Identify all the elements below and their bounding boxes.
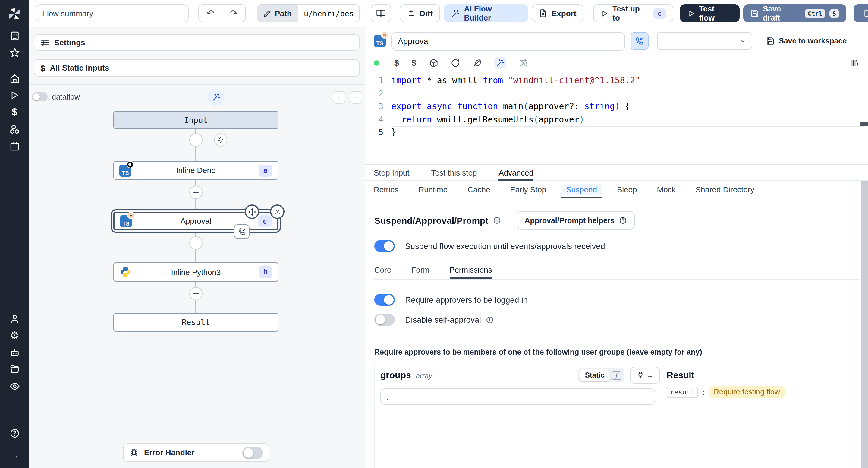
subtab-suspend[interactable]: Suspend [566, 181, 597, 198]
groups-field: groups array Static ƒ → [375, 362, 661, 468]
users-icon[interactable] [0, 310, 29, 327]
tab-core[interactable]: Core [374, 265, 391, 279]
dollar-icon[interactable]: $ [412, 58, 416, 67]
settings-gear-icon[interactable]: ⚙ [0, 327, 29, 344]
subtab-sleep[interactable]: Sleep [617, 181, 637, 198]
path-value[interactable]: u/henri/bes [298, 5, 360, 22]
line-number: 5 [365, 126, 383, 139]
ai-flow-builder-button[interactable]: AI Flow Builder [444, 4, 528, 22]
undo-redo-group: ↶ ↷ [198, 4, 246, 22]
home-icon[interactable] [0, 70, 29, 87]
subtab-mock[interactable]: Mock [657, 181, 676, 198]
save-to-workspace-button[interactable]: Save to workspace [766, 37, 846, 45]
suspend-settings-button[interactable] [630, 32, 649, 50]
require-logged-in-toggle[interactable] [374, 294, 395, 306]
panel-scrollbar-thumb[interactable] [861, 181, 868, 468]
flow-settings-button[interactable]: Settings [34, 34, 360, 51]
tab-form[interactable]: Form [411, 265, 430, 279]
deploy-button-partial[interactable] [854, 4, 868, 22]
insert-step-button[interactable] [189, 287, 203, 300]
reload-icon[interactable] [451, 58, 460, 67]
groups-value-input[interactable]: ⌃⌄ [380, 388, 655, 405]
feather-icon[interactable] [472, 58, 481, 67]
audit-eye-icon[interactable] [0, 378, 29, 394]
subtab-runtime[interactable]: Runtime [418, 181, 447, 198]
insert-step-button[interactable] [189, 133, 203, 147]
step-name-input[interactable] [391, 32, 625, 50]
code-line[interactable]: 4 return wmill.getResumeUrls(approver) [365, 113, 868, 126]
expand-arrow-icon[interactable]: → [0, 446, 29, 463]
code-line[interactable]: 1import * as wmill from "windmill-client… [365, 74, 868, 87]
subtab-early-stop[interactable]: Early Stop [510, 181, 546, 198]
undo-button[interactable]: ↶ [199, 5, 222, 22]
library-icon[interactable] [850, 58, 860, 67]
delete-step-button[interactable] [270, 204, 284, 219]
info-icon[interactable] [493, 216, 501, 224]
error-handler-label: Error Handler [144, 448, 195, 457]
folders-icon[interactable] [0, 361, 29, 378]
edit-path-button[interactable]: Path [257, 5, 298, 22]
result-value-highlight[interactable]: Require testing flow [709, 386, 785, 398]
javascript-expr-button[interactable]: ƒ [610, 369, 623, 381]
flow-node-input[interactable]: Input [113, 111, 278, 129]
subtab-cache[interactable]: Cache [467, 181, 490, 198]
tab-step-input[interactable]: Step Input [374, 164, 410, 181]
redo-button[interactable]: ↷ [222, 5, 245, 22]
code-line[interactable]: 5} [365, 126, 868, 139]
tab-permissions[interactable]: Permissions [450, 265, 492, 279]
info-icon[interactable] [486, 316, 494, 324]
export-button[interactable]: Export [532, 4, 584, 22]
connect-input-button[interactable]: → [630, 367, 660, 384]
building-icon[interactable] [0, 27, 29, 44]
error-handler-toggle[interactable] [242, 447, 263, 459]
star-icon[interactable] [0, 44, 29, 61]
wand-off-icon[interactable] [519, 58, 528, 67]
package-icon[interactable] [429, 58, 438, 67]
code-line[interactable]: 3export async function main(approver?: s… [365, 100, 868, 113]
diff-button[interactable]: Diff [400, 4, 440, 22]
schedules-calendar-icon[interactable] [0, 138, 29, 154]
flow-node-inline-python[interactable]: Inline Python3 b [113, 262, 278, 282]
error-handler-card[interactable]: Error Handler [123, 443, 270, 462]
ai-assistant-active-button[interactable] [494, 57, 506, 69]
windmill-logo[interactable] [0, 0, 29, 27]
help-icon[interactable] [0, 425, 29, 441]
disable-self-approval-toggle[interactable] [374, 314, 395, 326]
zoom-out-button[interactable]: − [350, 91, 362, 104]
zoom-in-button[interactable]: + [333, 91, 345, 104]
typescript-icon: TS [374, 35, 386, 47]
script-version-dropdown[interactable] [657, 32, 752, 50]
ai-wand-button[interactable] [207, 89, 224, 106]
static-mode-button[interactable]: Static [580, 369, 610, 381]
approval-prompt-helpers-button[interactable]: Approval/Prompt helpers [517, 211, 634, 230]
runs-play-icon[interactable] [0, 87, 29, 104]
test-flow-button[interactable]: Test flow [680, 4, 739, 22]
suspend-phone-badge[interactable] [234, 224, 250, 239]
workers-robot-icon[interactable] [0, 344, 29, 361]
flow-node-inline-deno[interactable]: TS Inline Deno a [113, 161, 278, 180]
test-up-to-button[interactable]: Test up to c [593, 4, 673, 22]
insert-trigger-button[interactable] [214, 133, 227, 147]
insert-step-button[interactable] [189, 236, 203, 250]
resources-boxes-icon[interactable] [0, 121, 29, 138]
editor-scrollbar-thumb[interactable] [860, 122, 868, 126]
dollar-icon[interactable]: $ [394, 58, 399, 67]
code-line[interactable]: 2 [365, 87, 868, 100]
flow-summary-input[interactable] [36, 4, 189, 22]
result-key-badge[interactable]: result [667, 386, 698, 398]
book-open-icon [376, 8, 386, 18]
docs-button[interactable] [371, 4, 391, 22]
insert-step-button[interactable] [189, 186, 203, 199]
subtab-shared-directory[interactable]: Shared Directory [695, 181, 754, 198]
tab-test-this-step[interactable]: Test this step [431, 164, 477, 181]
variables-dollar-icon[interactable]: $ [0, 104, 29, 121]
all-static-inputs-button[interactable]: $ All Static Inputs [34, 59, 360, 77]
code-editor[interactable]: 1import * as wmill from "windmill-client… [365, 70, 868, 165]
flow-node-result[interactable]: Result [113, 313, 278, 332]
save-draft-button[interactable]: Save draft Ctrl S [743, 4, 846, 22]
dataflow-toggle[interactable] [32, 92, 48, 101]
suspend-toggle[interactable] [374, 240, 395, 252]
move-step-button[interactable] [245, 204, 259, 219]
subtab-retries[interactable]: Retries [374, 181, 398, 198]
tab-advanced[interactable]: Advanced [498, 164, 533, 181]
